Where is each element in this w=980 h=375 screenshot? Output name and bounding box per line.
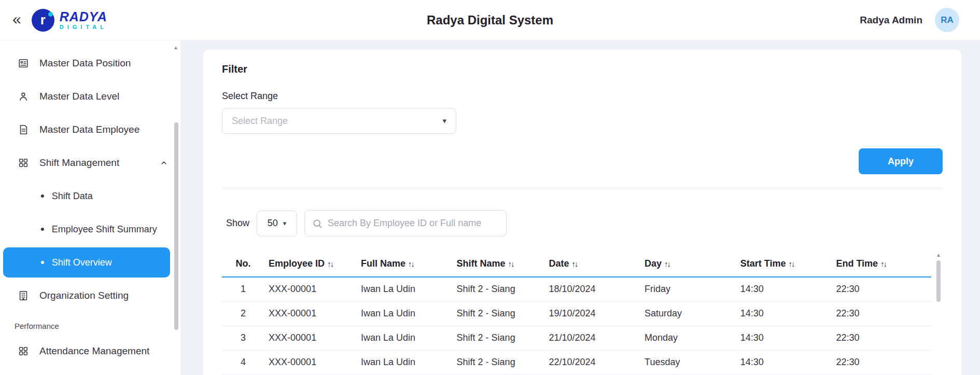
cell-full-name: Iwan La Udin [357,277,453,301]
select-range-label: Select Range [222,91,943,102]
sidebar-item-master-data-position[interactable]: Master Data Position [0,47,180,80]
cell-end-time: 22:30 [832,277,931,301]
sidebar-item-master-data-employee[interactable]: Master Data Employee [0,113,180,146]
sidebar-item-label: Master Data Employee [39,124,139,135]
sort-icon: ↑↓ [880,259,886,268]
cell-employee-id: XXX-00001 [264,277,357,301]
cell-full-name: Iwan La Udin [357,350,453,374]
table-scrollbar: ▲ [934,250,943,375]
column-header-shift-name[interactable]: Shift Name↑↓ [453,250,545,277]
column-header-day[interactable]: Day↑↓ [640,250,736,277]
cell-employee-id: XXX-00001 [264,301,357,326]
sidebar-item-label: Master Data Position [39,58,131,69]
bullet-icon: • [40,257,45,268]
sidebar-scrollbar-thumb[interactable] [174,122,178,330]
logo-brand: RADYA [60,10,107,23]
document-icon [18,124,30,135]
sidebar-scroll-up-icon[interactable]: ▲ [173,45,178,50]
cell-no: 4 [222,350,264,374]
show-label: Show [226,218,249,229]
cell-start-time: 14:30 [736,326,832,350]
page-title: Radya Digital System [427,13,553,27]
cell-day: Tuesday [640,350,736,374]
apply-row: Apply [222,148,943,174]
content-card: Filter Select Range Select Range ▾ Apply… [203,50,961,375]
column-header-start-time[interactable]: Start Time↑↓ [736,250,832,277]
sidebar-item-label: Shift Management [39,157,119,169]
grid-icon [18,345,30,357]
badge-icon [18,58,30,69]
cell-date: 19/10/2024 [544,301,640,326]
column-header-full-name[interactable]: Full Name↑↓ [357,250,453,277]
sort-icon: ↑↓ [327,259,333,268]
cell-shift-name: Shift 2 - Siang [453,326,545,350]
sort-icon: ↑↓ [571,259,577,268]
shift-overview-table: No. Employee ID↑↓ Full Name↑↓ Shift Name… [222,250,931,375]
sort-icon: ↑↓ [788,259,794,268]
sidebar-subitem-label: Shift Overview [52,257,112,268]
user-avatar[interactable]: RA [935,8,959,32]
cell-date: 18/10/2024 [544,277,640,301]
header-user-area: Radya Admin RA [860,8,980,32]
sidebar-subitem-label: Employee Shift Summary [52,224,157,235]
table-row: 3 XXX-00001 Iwan La Udin Shift 2 - Siang… [222,326,931,350]
select-range-dropdown[interactable]: Select Range ▾ [222,108,456,134]
person-level-icon [18,91,30,102]
logo-text: RADYA DIGITAL [60,10,107,31]
section-divider [222,188,943,188]
table-scroll-up-icon[interactable]: ▲ [936,252,941,258]
table-row: 4 XXX-00001 Iwan La Udin Shift 2 - Siang… [222,350,931,374]
column-header-end-time[interactable]: End Time↑↓ [832,250,931,277]
user-name: Radya Admin [860,15,922,26]
bullet-icon: • [40,190,45,202]
sidebar-item-master-data-level[interactable]: Master Data Level [0,80,180,113]
table-row: 1 XXX-00001 Iwan La Udin Shift 2 - Siang… [222,277,931,301]
cell-employee-id: XXX-00001 [264,350,357,374]
sidebar-item-shift-management[interactable]: Shift Management [0,146,180,179]
sidebar-item-label: Attendance Management [39,345,149,357]
main-content: Filter Select Range Select Range ▾ Apply… [180,40,980,375]
cell-no: 3 [222,326,264,350]
cell-date: 21/10/2024 [544,326,640,350]
cell-day: Saturday [640,301,736,326]
column-header-employee-id[interactable]: Employee ID↑↓ [264,250,357,277]
sort-icon: ↑↓ [508,259,514,268]
bullet-icon: • [40,224,45,235]
cell-date: 22/10/2024 [544,350,640,374]
sidebar-section-performance: Performance [0,312,180,335]
sidebar-item-organization-setting[interactable]: Organization Setting [0,279,180,312]
search-icon [312,218,323,229]
sidebar-item-employee-shift-summary[interactable]: • Employee Shift Summary [0,213,180,246]
table-scrollbar-thumb[interactable] [936,260,941,302]
cell-full-name: Iwan La Udin [357,301,453,326]
sidebar-item-shift-overview[interactable]: • Shift Overview [3,247,170,277]
table-header-row: No. Employee ID↑↓ Full Name↑↓ Shift Name… [222,250,931,277]
table-row: 2 XXX-00001 Iwan La Udin Shift 2 - Siang… [222,301,931,326]
app-header: « r RADYA DIGITAL Radya Digital System R… [0,0,980,40]
sort-icon: ↑↓ [408,259,414,268]
sidebar-item-attendance-management[interactable]: Attendance Management [0,335,180,368]
cell-day: Friday [640,277,736,301]
cell-end-time: 22:30 [832,326,931,350]
cell-shift-name: Shift 2 - Siang [453,301,545,326]
grid-icon [18,157,30,169]
sidebar-item-shift-data[interactable]: • Shift Data [0,179,180,213]
search-input[interactable] [328,218,499,229]
shift-table-wrap: No. Employee ID↑↓ Full Name↑↓ Shift Name… [222,250,943,375]
sidebar: Master Data Position Master Data Level M… [0,40,180,375]
cell-end-time: 22:30 [832,301,931,326]
cell-shift-name: Shift 2 - Siang [453,277,545,301]
sidebar-collapse-icon[interactable]: « [12,11,21,27]
column-header-date[interactable]: Date↑↓ [544,250,640,277]
cell-no: 2 [222,301,264,326]
logo-subtitle: DIGITAL [60,24,107,31]
page-size-dropdown[interactable]: 50 ▾ [257,211,297,237]
apply-button[interactable]: Apply [859,148,943,174]
cell-start-time: 14:30 [736,277,832,301]
cell-shift-name: Shift 2 - Siang [453,350,545,374]
cell-end-time: 22:30 [832,350,931,374]
app-logo: r RADYA DIGITAL [32,9,107,32]
column-header-no: No. [222,250,264,277]
cell-start-time: 14:30 [736,301,832,326]
cell-full-name: Iwan La Udin [357,326,453,350]
